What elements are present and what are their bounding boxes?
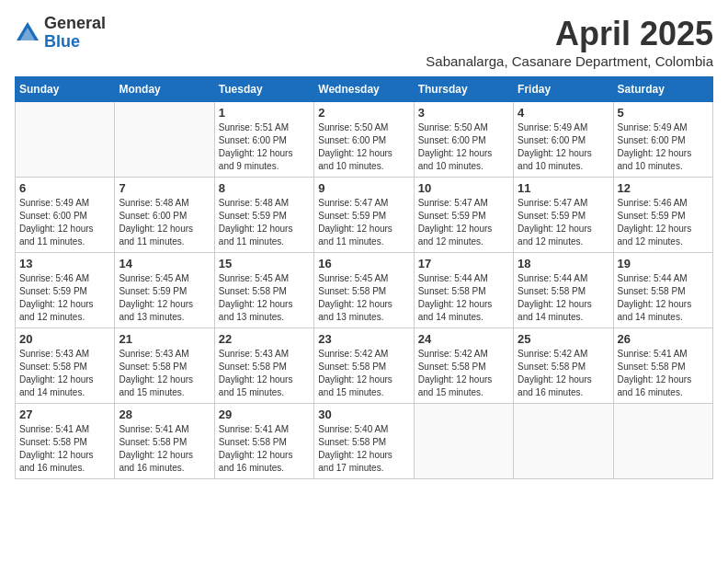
day-cell: 21Sunrise: 5:43 AM Sunset: 5:58 PM Dayli… (115, 328, 214, 404)
day-info: Sunrise: 5:43 AM Sunset: 5:58 PM Dayligh… (119, 348, 210, 399)
header-tuesday: Tuesday (214, 77, 313, 102)
logo-text: General Blue (44, 15, 106, 52)
subtitle: Sabanalarga, Casanare Department, Colomb… (426, 53, 713, 69)
logo-blue: Blue (44, 33, 106, 52)
day-cell: 5Sunrise: 5:49 AM Sunset: 6:00 PM Daylig… (613, 102, 712, 178)
day-cell: 29Sunrise: 5:41 AM Sunset: 5:58 PM Dayli… (214, 404, 313, 479)
day-info: Sunrise: 5:44 AM Sunset: 5:58 PM Dayligh… (518, 272, 609, 324)
day-info: Sunrise: 5:45 AM Sunset: 5:58 PM Dayligh… (219, 272, 310, 324)
title-area: April 2025 Sabanalarga, Casanare Departm… (426, 15, 713, 69)
day-number: 20 (19, 332, 110, 346)
day-info: Sunrise: 5:47 AM Sunset: 5:59 PM Dayligh… (318, 197, 409, 248)
logo-icon (15, 20, 40, 46)
day-info: Sunrise: 5:42 AM Sunset: 5:58 PM Dayligh… (418, 348, 509, 399)
day-info: Sunrise: 5:49 AM Sunset: 6:00 PM Dayligh… (518, 121, 609, 173)
day-cell: 24Sunrise: 5:42 AM Sunset: 5:58 PM Dayli… (414, 328, 513, 404)
calendar-body: 1Sunrise: 5:51 AM Sunset: 6:00 PM Daylig… (16, 102, 713, 479)
day-info: Sunrise: 5:49 AM Sunset: 6:00 PM Dayligh… (19, 197, 110, 248)
day-cell: 9Sunrise: 5:47 AM Sunset: 5:59 PM Daylig… (314, 178, 414, 253)
day-cell: 12Sunrise: 5:46 AM Sunset: 5:59 PM Dayli… (613, 178, 712, 253)
day-info: Sunrise: 5:50 AM Sunset: 6:00 PM Dayligh… (318, 121, 409, 173)
day-cell: 28Sunrise: 5:41 AM Sunset: 5:58 PM Dayli… (115, 404, 214, 479)
day-info: Sunrise: 5:46 AM Sunset: 5:59 PM Dayligh… (618, 197, 709, 248)
day-cell: 7Sunrise: 5:48 AM Sunset: 6:00 PM Daylig… (115, 178, 214, 253)
day-cell: 18Sunrise: 5:44 AM Sunset: 5:58 PM Dayli… (514, 253, 613, 328)
day-number: 16 (318, 257, 409, 270)
day-number: 27 (19, 408, 110, 421)
day-number: 1 (219, 106, 310, 120)
day-info: Sunrise: 5:43 AM Sunset: 5:58 PM Dayligh… (19, 348, 110, 399)
day-cell: 3Sunrise: 5:50 AM Sunset: 6:00 PM Daylig… (414, 102, 513, 178)
day-number: 29 (219, 408, 310, 421)
day-cell: 16Sunrise: 5:45 AM Sunset: 5:58 PM Dayli… (314, 253, 414, 328)
day-cell: 26Sunrise: 5:41 AM Sunset: 5:58 PM Dayli… (613, 328, 712, 404)
day-info: Sunrise: 5:44 AM Sunset: 5:58 PM Dayligh… (418, 272, 509, 324)
day-cell: 11Sunrise: 5:47 AM Sunset: 5:59 PM Dayli… (514, 178, 613, 253)
day-info: Sunrise: 5:41 AM Sunset: 5:58 PM Dayligh… (19, 423, 110, 475)
calendar-header: Sunday Monday Tuesday Wednesday Thursday… (16, 77, 713, 102)
day-number: 15 (219, 257, 310, 270)
day-info: Sunrise: 5:45 AM Sunset: 5:59 PM Dayligh… (119, 272, 210, 324)
header-sunday: Sunday (16, 77, 115, 102)
day-number: 6 (19, 181, 110, 195)
day-cell: 19Sunrise: 5:44 AM Sunset: 5:58 PM Dayli… (613, 253, 712, 328)
day-number: 4 (518, 106, 609, 120)
day-number: 9 (318, 181, 409, 195)
day-cell: 4Sunrise: 5:49 AM Sunset: 6:00 PM Daylig… (514, 102, 613, 178)
day-number: 19 (618, 257, 709, 270)
day-cell: 10Sunrise: 5:47 AM Sunset: 5:59 PM Dayli… (414, 178, 513, 253)
day-number: 18 (518, 257, 609, 270)
week-row-3: 20Sunrise: 5:43 AM Sunset: 5:58 PM Dayli… (16, 328, 713, 404)
day-info: Sunrise: 5:48 AM Sunset: 6:00 PM Dayligh… (119, 197, 210, 248)
day-number: 3 (418, 106, 509, 120)
day-info: Sunrise: 5:40 AM Sunset: 5:58 PM Dayligh… (318, 423, 409, 475)
day-info: Sunrise: 5:50 AM Sunset: 6:00 PM Dayligh… (418, 121, 509, 173)
day-info: Sunrise: 5:41 AM Sunset: 5:58 PM Dayligh… (119, 423, 210, 475)
day-info: Sunrise: 5:48 AM Sunset: 5:59 PM Dayligh… (219, 197, 310, 248)
week-row-1: 6Sunrise: 5:49 AM Sunset: 6:00 PM Daylig… (16, 178, 713, 253)
day-number: 26 (618, 332, 709, 346)
day-number: 2 (318, 106, 409, 120)
month-title: April 2025 (426, 15, 713, 53)
day-cell: 15Sunrise: 5:45 AM Sunset: 5:58 PM Dayli… (214, 253, 313, 328)
header-saturday: Saturday (613, 77, 712, 102)
day-info: Sunrise: 5:51 AM Sunset: 6:00 PM Dayligh… (219, 121, 310, 173)
day-number: 10 (418, 181, 509, 195)
day-info: Sunrise: 5:42 AM Sunset: 5:58 PM Dayligh… (518, 348, 609, 399)
day-number: 17 (418, 257, 509, 270)
day-number: 7 (119, 181, 210, 195)
day-info: Sunrise: 5:41 AM Sunset: 5:58 PM Dayligh… (618, 348, 709, 399)
day-cell (514, 404, 613, 479)
day-cell: 6Sunrise: 5:49 AM Sunset: 6:00 PM Daylig… (16, 178, 115, 253)
day-info: Sunrise: 5:46 AM Sunset: 5:59 PM Dayligh… (19, 272, 110, 324)
day-number: 23 (318, 332, 409, 346)
day-number: 13 (19, 257, 110, 270)
header-friday: Friday (514, 77, 613, 102)
day-cell: 27Sunrise: 5:41 AM Sunset: 5:58 PM Dayli… (16, 404, 115, 479)
day-cell: 1Sunrise: 5:51 AM Sunset: 6:00 PM Daylig… (214, 102, 313, 178)
day-number: 25 (518, 332, 609, 346)
header-monday: Monday (115, 77, 214, 102)
day-info: Sunrise: 5:47 AM Sunset: 5:59 PM Dayligh… (518, 197, 609, 248)
day-number: 8 (219, 181, 310, 195)
header-thursday: Thursday (414, 77, 513, 102)
day-cell: 23Sunrise: 5:42 AM Sunset: 5:58 PM Dayli… (314, 328, 414, 404)
day-number: 14 (119, 257, 210, 270)
header-wednesday: Wednesday (314, 77, 414, 102)
week-row-4: 27Sunrise: 5:41 AM Sunset: 5:58 PM Dayli… (16, 404, 713, 479)
day-number: 5 (618, 106, 709, 120)
day-number: 12 (618, 181, 709, 195)
day-info: Sunrise: 5:43 AM Sunset: 5:58 PM Dayligh… (219, 348, 310, 399)
day-number: 24 (418, 332, 509, 346)
day-info: Sunrise: 5:41 AM Sunset: 5:58 PM Dayligh… (219, 423, 310, 475)
header-row: Sunday Monday Tuesday Wednesday Thursday… (16, 77, 713, 102)
day-number: 11 (518, 181, 609, 195)
day-info: Sunrise: 5:45 AM Sunset: 5:58 PM Dayligh… (318, 272, 409, 324)
logo: General Blue (15, 15, 106, 52)
day-info: Sunrise: 5:49 AM Sunset: 6:00 PM Dayligh… (618, 121, 709, 173)
day-cell: 13Sunrise: 5:46 AM Sunset: 5:59 PM Dayli… (16, 253, 115, 328)
day-cell (16, 102, 115, 178)
day-number: 28 (119, 408, 210, 421)
day-number: 30 (318, 408, 409, 421)
day-cell: 2Sunrise: 5:50 AM Sunset: 6:00 PM Daylig… (314, 102, 414, 178)
